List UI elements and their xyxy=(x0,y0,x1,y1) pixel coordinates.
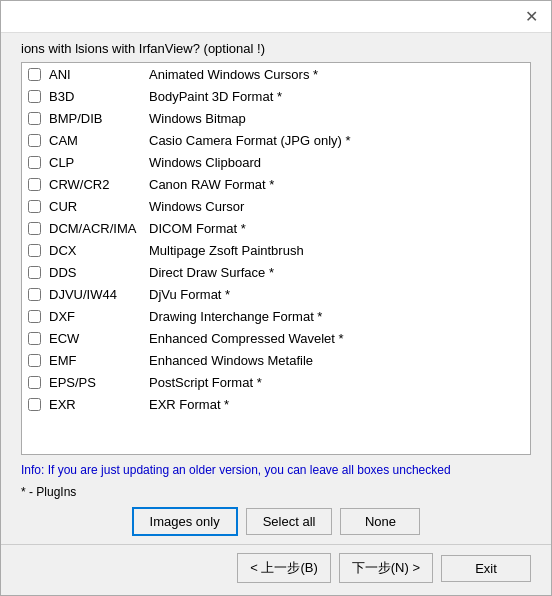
list-item: DCXMultipage Zsoft Paintbrush xyxy=(22,239,530,261)
checkbox-bmp-dib[interactable] xyxy=(28,112,41,125)
item-desc: Enhanced Compressed Wavelet * xyxy=(149,331,344,346)
item-name: DCX xyxy=(49,243,149,258)
main-window: ✕ ions with lsions with IrfanView? (opti… xyxy=(0,0,552,596)
list-item: ANIAnimated Windows Cursors * xyxy=(22,63,530,85)
item-desc: DjVu Format * xyxy=(149,287,230,302)
list-item: DDSDirect Draw Surface * xyxy=(22,261,530,283)
item-desc: Direct Draw Surface * xyxy=(149,265,274,280)
checkbox-dxf[interactable] xyxy=(28,310,41,323)
item-desc: Casio Camera Format (JPG only) * xyxy=(149,133,351,148)
checkbox-b3d[interactable] xyxy=(28,90,41,103)
checkbox-eps-ps[interactable] xyxy=(28,376,41,389)
list-item: B3DBodyPaint 3D Format * xyxy=(22,85,530,107)
item-desc: Multipage Zsoft Paintbrush xyxy=(149,243,304,258)
item-name: B3D xyxy=(49,89,149,104)
close-button[interactable]: ✕ xyxy=(519,5,543,29)
item-name: EXR xyxy=(49,397,149,412)
item-name: CRW/CR2 xyxy=(49,177,149,192)
item-desc: BodyPaint 3D Format * xyxy=(149,89,282,104)
checkbox-dcm-acr-ima[interactable] xyxy=(28,222,41,235)
list-item: CAMCasio Camera Format (JPG only) * xyxy=(22,129,530,151)
checkbox-djvu-iw44[interactable] xyxy=(28,288,41,301)
back-button[interactable]: < 上一步(B) xyxy=(237,553,331,583)
item-name: CLP xyxy=(49,155,149,170)
item-desc: PostScript Format * xyxy=(149,375,262,390)
nav-buttons: < 上一步(B) 下一步(N) > Exit xyxy=(1,544,551,595)
item-name: EMF xyxy=(49,353,149,368)
item-desc: Windows Cursor xyxy=(149,199,244,214)
checkbox-cam[interactable] xyxy=(28,134,41,147)
item-name: DCM/ACR/IMA xyxy=(49,221,149,236)
none-button[interactable]: None xyxy=(340,508,420,535)
item-desc: Animated Windows Cursors * xyxy=(149,67,318,82)
list-item: CLPWindows Clipboard xyxy=(22,151,530,173)
list-item: DCM/ACR/IMADICOM Format * xyxy=(22,217,530,239)
info-text: Info: If you are just updating an older … xyxy=(1,455,551,481)
item-name: ANI xyxy=(49,67,149,82)
title-bar: ✕ xyxy=(1,1,551,33)
checkbox-exr[interactable] xyxy=(28,398,41,411)
item-name: EPS/PS xyxy=(49,375,149,390)
item-desc: Windows Clipboard xyxy=(149,155,261,170)
list-item: DXFDrawing Interchange Format * xyxy=(22,305,530,327)
select-all-button[interactable]: Select all xyxy=(246,508,333,535)
action-buttons: Images only Select all None xyxy=(1,507,551,544)
item-name: DXF xyxy=(49,309,149,324)
list-item: EPS/PSPostScript Format * xyxy=(22,371,530,393)
checkbox-clp[interactable] xyxy=(28,156,41,169)
checkbox-dcx[interactable] xyxy=(28,244,41,257)
list-item: ECWEnhanced Compressed Wavelet * xyxy=(22,327,530,349)
item-desc: EXR Format * xyxy=(149,397,229,412)
list-item: DJVU/IW44DjVu Format * xyxy=(22,283,530,305)
checkbox-dds[interactable] xyxy=(28,266,41,279)
list-item: BMP/DIBWindows Bitmap xyxy=(22,107,530,129)
item-name: CAM xyxy=(49,133,149,148)
item-name: DDS xyxy=(49,265,149,280)
list-item: EMFEnhanced Windows Metafile xyxy=(22,349,530,371)
item-desc: Canon RAW Format * xyxy=(149,177,274,192)
checkbox-emf[interactable] xyxy=(28,354,41,367)
checkbox-crw-cr2[interactable] xyxy=(28,178,41,191)
item-name: BMP/DIB xyxy=(49,111,149,126)
checkbox-ani[interactable] xyxy=(28,68,41,81)
item-name: DJVU/IW44 xyxy=(49,287,149,302)
item-desc: DICOM Format * xyxy=(149,221,246,236)
item-desc: Windows Bitmap xyxy=(149,111,246,126)
item-name: CUR xyxy=(49,199,149,214)
subtitle-text: ions with lsions with IrfanView? (option… xyxy=(1,33,551,62)
exit-button[interactable]: Exit xyxy=(441,555,531,582)
list-item: EXREXR Format * xyxy=(22,393,530,415)
next-button[interactable]: 下一步(N) > xyxy=(339,553,433,583)
plugin-list[interactable]: ANIAnimated Windows Cursors *B3DBodyPain… xyxy=(21,62,531,455)
item-name: ECW xyxy=(49,331,149,346)
list-item: CRW/CR2Canon RAW Format * xyxy=(22,173,530,195)
checkbox-ecw[interactable] xyxy=(28,332,41,345)
item-desc: Enhanced Windows Metafile xyxy=(149,353,313,368)
plugins-label: * - PlugIns xyxy=(1,481,551,507)
checkbox-cur[interactable] xyxy=(28,200,41,213)
images-only-button[interactable]: Images only xyxy=(132,507,238,536)
list-item: CURWindows Cursor xyxy=(22,195,530,217)
item-desc: Drawing Interchange Format * xyxy=(149,309,322,324)
